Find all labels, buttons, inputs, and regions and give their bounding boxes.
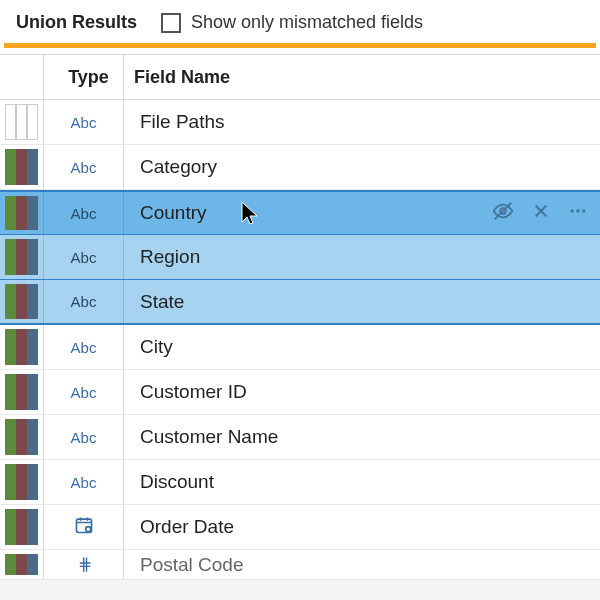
- field-name: Region: [124, 235, 600, 279]
- stripe-icon: [16, 464, 27, 500]
- union-results-panel: Union Results Show only mismatched field…: [0, 0, 600, 580]
- field-type[interactable]: [44, 505, 124, 549]
- stripe-icon: [27, 419, 38, 455]
- stripe-icon: [16, 104, 27, 140]
- field-type[interactable]: Abc: [44, 192, 124, 234]
- number-icon: ⋕: [78, 554, 90, 575]
- field-type[interactable]: Abc: [44, 325, 124, 369]
- field-type[interactable]: ⋕: [44, 550, 124, 579]
- field-type[interactable]: Abc: [44, 235, 124, 279]
- table-row[interactable]: AbcCategory: [0, 145, 600, 190]
- field-type[interactable]: Abc: [44, 280, 124, 323]
- source-stripes: [0, 145, 44, 189]
- source-stripes: [0, 415, 44, 459]
- field-type[interactable]: Abc: [44, 100, 124, 144]
- stripe-icon: [16, 284, 27, 319]
- stripe-icon: [16, 329, 27, 365]
- stripe-icon: [16, 374, 27, 410]
- fields-table: Type Field Name AbcFile PathsAbcCategory…: [0, 54, 600, 580]
- field-name: Customer ID: [124, 370, 600, 414]
- field-type[interactable]: Abc: [44, 460, 124, 504]
- field-name: Customer Name: [124, 415, 600, 459]
- stripe-icon: [27, 284, 38, 319]
- accent-bar: [4, 43, 596, 48]
- stripe-icon: [27, 104, 38, 140]
- stripe-icon: [27, 239, 38, 275]
- source-stripes: [0, 370, 44, 414]
- table-row[interactable]: AbcState: [0, 280, 600, 325]
- stripe-icon: [5, 554, 16, 575]
- stripe-icon: [16, 419, 27, 455]
- panel-title: Union Results: [16, 12, 137, 33]
- table-row[interactable]: AbcCustomer Name: [0, 415, 600, 460]
- calendar-icon: [74, 515, 94, 540]
- hide-icon[interactable]: [492, 200, 514, 226]
- column-header-type[interactable]: Type: [44, 55, 124, 99]
- field-name: City: [124, 325, 600, 369]
- table-row[interactable]: AbcCity: [0, 325, 600, 370]
- field-name: Postal Code: [124, 550, 600, 579]
- svg-point-4: [571, 209, 574, 212]
- table-row[interactable]: ⋕Postal Code: [0, 550, 600, 580]
- stripe-icon: [5, 464, 16, 500]
- field-name: State: [124, 280, 600, 323]
- svg-point-6: [582, 209, 585, 212]
- source-stripes: [0, 100, 44, 144]
- source-stripes: [0, 280, 44, 323]
- field-name: Order Date: [124, 505, 600, 549]
- stripe-icon: [27, 464, 38, 500]
- field-name: Discount: [124, 460, 600, 504]
- source-stripes: [0, 325, 44, 369]
- field-name: File Paths: [124, 100, 600, 144]
- column-header-color[interactable]: [0, 55, 44, 99]
- stripe-icon: [16, 509, 27, 545]
- show-mismatched-toggle[interactable]: Show only mismatched fields: [161, 12, 423, 33]
- panel-header: Union Results Show only mismatched field…: [0, 0, 600, 43]
- stripe-icon: [27, 374, 38, 410]
- svg-point-8: [85, 526, 90, 531]
- stripe-icon: [5, 419, 16, 455]
- checkbox-label: Show only mismatched fields: [191, 12, 423, 33]
- stripe-icon: [5, 239, 16, 275]
- stripe-icon: [5, 104, 16, 140]
- stripe-icon: [5, 509, 16, 545]
- source-stripes: [0, 550, 44, 579]
- stripe-icon: [27, 509, 38, 545]
- stripe-icon: [27, 149, 38, 185]
- stripe-icon: [5, 329, 16, 365]
- stripe-icon: [27, 329, 38, 365]
- stripe-icon: [16, 149, 27, 185]
- table-row[interactable]: AbcDiscount: [0, 460, 600, 505]
- checkbox-icon: [161, 13, 181, 33]
- stripe-icon: [5, 149, 16, 185]
- field-type[interactable]: Abc: [44, 370, 124, 414]
- field-name: Category: [124, 145, 600, 189]
- source-stripes: [0, 192, 44, 234]
- column-header-field-name[interactable]: Field Name: [124, 55, 600, 99]
- table-row[interactable]: AbcCustomer ID: [0, 370, 600, 415]
- table-header-row: Type Field Name: [0, 54, 600, 100]
- table-row[interactable]: AbcRegion: [0, 235, 600, 280]
- field-type[interactable]: Abc: [44, 145, 124, 189]
- source-stripes: [0, 235, 44, 279]
- stripe-icon: [16, 554, 27, 575]
- stripe-icon: [16, 239, 27, 275]
- source-stripes: [0, 460, 44, 504]
- stripe-icon: [27, 554, 38, 575]
- table-row[interactable]: AbcCountry: [0, 190, 600, 235]
- svg-point-5: [576, 209, 579, 212]
- stripe-icon: [16, 196, 27, 230]
- table-row[interactable]: AbcFile Paths: [0, 100, 600, 145]
- stripe-icon: [5, 196, 16, 230]
- source-stripes: [0, 505, 44, 549]
- stripe-icon: [5, 284, 16, 319]
- stripe-icon: [27, 196, 38, 230]
- field-type[interactable]: Abc: [44, 415, 124, 459]
- stripe-icon: [5, 374, 16, 410]
- row-actions: [492, 192, 588, 234]
- table-row[interactable]: Order Date: [0, 505, 600, 550]
- more-icon[interactable]: [568, 201, 588, 225]
- close-icon[interactable]: [532, 202, 550, 224]
